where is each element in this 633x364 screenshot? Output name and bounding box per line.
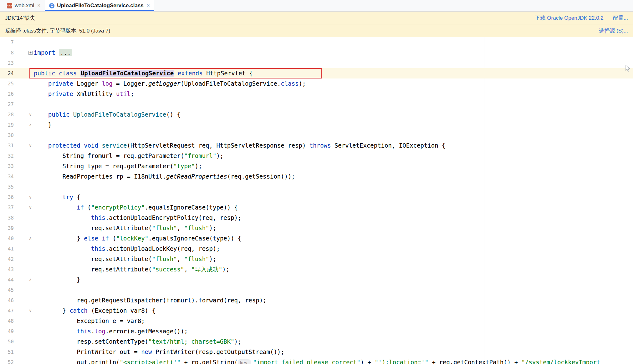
code-line-34[interactable]: 34ReadProperties rp = I18nUtil.getReadPr… <box>0 171 633 182</box>
token-str: "/system/lockkeyImport <box>522 359 600 364</box>
tab-label: web.xml <box>15 3 34 9</box>
line-number: 51 <box>0 347 14 357</box>
token-str: "<script>alert('" <box>120 359 181 364</box>
token-pl <box>55 49 59 56</box>
token-kw: class <box>59 70 77 77</box>
fold-down-icon[interactable]: ∨ <box>27 202 34 213</box>
code-line-48[interactable]: 48Exception e = var8; <box>0 316 633 326</box>
token-pl: } <box>77 276 80 283</box>
tab-bar: </> web.xml × C UploadFileToCatalogServi… <box>0 0 633 12</box>
token-kw: private <box>48 80 73 87</box>
token-pl: .actionUploadEncryptPolicy(req, resp); <box>105 214 242 221</box>
token-kw: public <box>48 111 70 118</box>
code-text: this.log.error(e.getMessage()); <box>34 326 188 336</box>
token-pl: { <box>73 194 80 200</box>
token-str: "success" <box>152 266 184 273</box>
code-line-49[interactable]: 49this.log.error(e.getMessage()); <box>0 326 633 336</box>
line-number: 49 <box>0 326 14 336</box>
token-pl: } <box>77 235 84 242</box>
code-text: try { <box>34 192 80 202</box>
fold-down-icon[interactable]: ∨ <box>27 306 34 316</box>
code-line-8[interactable]: 8+import ... <box>0 48 633 58</box>
fold-up-icon[interactable]: ∧ <box>27 233 34 244</box>
tab-web-xml[interactable]: </> web.xml × <box>3 0 45 11</box>
line-number: 36 <box>0 192 14 202</box>
configure-link[interactable]: 配置... <box>613 14 628 22</box>
tab-uploadfiletocatalogservice-class[interactable]: C UploadFileToCatalogService.class × <box>45 0 154 11</box>
close-icon[interactable]: × <box>147 3 150 9</box>
token-kw: void <box>84 142 98 149</box>
fold-collapsed-icon[interactable]: + <box>28 51 33 55</box>
token-kw: try <box>63 194 73 200</box>
code-line-37[interactable]: 37∨if ("encryptPolicy".equalsIgnoreCase(… <box>0 202 633 213</box>
token-kw: public <box>34 70 55 77</box>
class-icon: C <box>49 3 54 8</box>
code-line-36[interactable]: 36∨try { <box>0 192 633 202</box>
fold-up-icon[interactable]: ∧ <box>27 120 34 130</box>
fold-down-icon[interactable]: ∨ <box>27 109 34 120</box>
fold-up-icon[interactable]: ∧ <box>27 275 34 285</box>
code-line-7[interactable]: 7 <box>0 37 633 48</box>
token-pl: , <box>184 266 191 273</box>
code-line-29[interactable]: 29∧} <box>0 120 633 130</box>
code-line-32[interactable]: 32String fromurl = req.getParameter("fro… <box>0 151 633 161</box>
editor[interactable]: 78+import ...2324public class UploadFile… <box>0 37 633 364</box>
token-pl: ; <box>130 90 134 97</box>
line-number: 34 <box>0 171 14 182</box>
token-kw: protected <box>48 142 80 149</box>
code-text: private XmlUtility util; <box>34 89 134 99</box>
token-pl: (Exception var8) { <box>88 307 156 314</box>
line-number: 37 <box>0 202 14 213</box>
code-line-42[interactable]: 42req.setAttribute("flush", "flush"); <box>0 254 633 264</box>
code-line-40[interactable]: 40∧} else if ("lockKey".equalsIgnoreCase… <box>0 233 633 244</box>
code-line-41[interactable]: 41this.acitonUploadLockKey(req, resp); <box>0 244 633 254</box>
line-number: 35 <box>0 182 14 192</box>
code-line-23[interactable]: 23 <box>0 58 633 68</box>
code-line-45[interactable]: 45 <box>0 285 633 295</box>
token-pl: ); <box>195 163 202 169</box>
code-line-46[interactable]: 46req.getRequestDispatcher(fromurl).forw… <box>0 295 633 306</box>
code-line-35[interactable]: 35 <box>0 182 633 192</box>
code-line-38[interactable]: 38this.actionUploadEncryptPolicy(req, re… <box>0 213 633 223</box>
token-pl: ); <box>209 225 217 231</box>
token-kw: import <box>34 49 55 56</box>
token-pl: req.setAttribute( <box>91 255 152 262</box>
line-number: 42 <box>0 254 14 264</box>
token-pl <box>80 142 84 149</box>
code-line-30[interactable]: 30 <box>0 130 633 140</box>
code-line-39[interactable]: 39req.setAttribute("flush", "flush"); <box>0 223 633 233</box>
code-text: } catch (Exception var8) { <box>34 306 156 316</box>
token-str: "text/html; charset=GBK" <box>148 338 234 345</box>
code-line-31[interactable]: 31∨protected void service(HttpServletReq… <box>0 140 633 151</box>
code-line-50[interactable]: 50resp.setContentType("text/html; charse… <box>0 336 633 347</box>
token-kw: private <box>48 90 73 97</box>
line-number: 25 <box>0 78 14 89</box>
code-text: String type = req.getParameter("type"); <box>34 161 202 171</box>
choose-sources-link[interactable]: 选择源 (S)... <box>599 27 628 34</box>
line-number: 40 <box>0 233 14 244</box>
close-icon[interactable]: × <box>37 3 40 9</box>
code-line-43[interactable]: 43req.setAttribute("success", "导入成功"); <box>0 264 633 275</box>
code-line-51[interactable]: 51PrintWriter out = new PrintWriter(resp… <box>0 347 633 357</box>
code-line-33[interactable]: 33String type = req.getParameter("type")… <box>0 161 633 171</box>
code-line-28[interactable]: 28∨public UploadFileToCatalogService() { <box>0 109 633 120</box>
line-number: 44 <box>0 275 14 285</box>
fold-down-icon[interactable]: ∨ <box>27 140 34 151</box>
token-kw: if <box>102 235 109 242</box>
download-openjdk-link[interactable]: 下载 Oracle OpenJDK 22.0.2 <box>535 14 604 22</box>
code-line-27[interactable]: 27 <box>0 99 633 109</box>
token-str: "flush" <box>184 255 209 262</box>
token-pl: + rp.getString( <box>181 359 238 364</box>
fold-down-icon[interactable]: ∨ <box>27 192 34 202</box>
code-line-52[interactable]: 52out.println("<script>alert('" + rp.get… <box>0 357 633 364</box>
code-line-24[interactable]: 24public class UploadFileToCatalogServic… <box>0 68 633 78</box>
token-str: "flush" <box>184 225 209 231</box>
code-line-26[interactable]: 26private XmlUtility util; <box>0 89 633 99</box>
code-line-47[interactable]: 47∨} catch (Exception var8) { <box>0 306 633 316</box>
token-pl: req.setAttribute( <box>91 225 152 231</box>
token-pl <box>98 142 102 149</box>
code-line-25[interactable]: 25private Logger log = Logger.getLogger(… <box>0 78 633 89</box>
code-line-44[interactable]: 44∧} <box>0 275 633 285</box>
token-pl <box>174 70 177 77</box>
token-pl: ); <box>222 266 229 273</box>
